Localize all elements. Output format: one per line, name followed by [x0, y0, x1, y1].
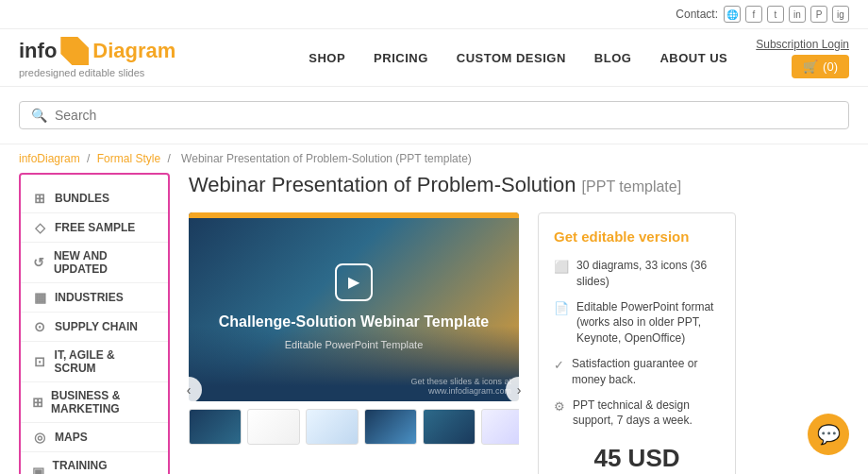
search-wrapper: 🔍 — [19, 101, 849, 129]
logo-diagram-text: Diagram — [92, 39, 175, 63]
chat-icon: 💬 — [817, 423, 841, 446]
nav-pricing[interactable]: PRICING — [374, 51, 428, 65]
contact-icons: 🌐 f t in P ig — [724, 6, 849, 23]
thumbnails — [189, 409, 519, 445]
chat-bubble[interactable]: 💬 — [808, 414, 849, 455]
logo-icon — [60, 37, 89, 65]
breadcrumb-sep1: / — [87, 152, 93, 165]
new-updated-icon: ↺ — [32, 255, 46, 270]
sidebar-label-new-updated: NEW AND UPDATED — [54, 249, 157, 276]
thumbnail-4[interactable] — [364, 409, 417, 445]
search-icon: 🔍 — [31, 108, 47, 123]
sidebar-label-industries: INDUSTRIES — [55, 291, 124, 304]
contact-pinterest-icon[interactable]: P — [810, 6, 827, 23]
sidebar-item-bundles[interactable]: ⊞ BUNDLES — [21, 184, 168, 213]
yellow-bar — [189, 212, 519, 218]
cart-count: (0) — [823, 59, 838, 74]
product-area: ▶ Challenge-Solution Webinar Template Ed… — [189, 212, 849, 474]
search-input[interactable] — [55, 108, 837, 123]
nav-shop[interactable]: SHOP — [309, 51, 345, 65]
thumbnail-1[interactable] — [189, 409, 242, 445]
main-content: ⊞ BUNDLES ◇ FREE SAMPLE ↺ NEW AND UPDATE… — [0, 173, 868, 474]
sidebar-label-it-agile: IT, AGILE & SCRUM — [55, 348, 157, 375]
feature-diagrams: ⬜ 30 diagrams, 33 icons (36 slides) — [554, 258, 720, 290]
breadcrumb-formal-style[interactable]: Formal Style — [97, 152, 160, 165]
sidebar-label-free-sample: FREE SAMPLE — [55, 221, 135, 234]
carousel-subtitle: Editable PowerPoint Template — [219, 339, 490, 350]
sidebar-item-maps[interactable]: ◎ MAPS — [21, 423, 168, 452]
buy-panel: Get editable version ⬜ 30 diagrams, 33 i… — [538, 212, 736, 474]
sidebar-item-business-marketing[interactable]: ⊞ BUSINESS & MARKETING — [21, 382, 168, 423]
sidebar-label-supply-chain: SUPPLY CHAIN — [55, 320, 138, 333]
nav-blog[interactable]: BLOG — [594, 51, 632, 65]
template-tag: [PPT template] — [582, 178, 682, 195]
supply-chain-icon: ⊙ — [32, 319, 47, 334]
sidebar-label-training: TRAINING MATERIALS — [53, 459, 157, 474]
sidebar-label-bundles: BUNDLES — [55, 192, 109, 205]
thumbnail-5[interactable] — [423, 409, 476, 445]
play-button[interactable]: ▶ — [335, 263, 373, 301]
logo-info-text: info — [19, 39, 57, 63]
feature-guarantee: ✓ Satisfaction guarantee or money back. — [554, 356, 720, 388]
sidebar-item-training[interactable]: ▣ TRAINING MATERIALS — [21, 452, 168, 474]
carousel-text: ▶ Challenge-Solution Webinar Template Ed… — [219, 263, 490, 351]
nav-custom-design[interactable]: CUSTOM DESIGN — [457, 51, 566, 65]
cart-button[interactable]: 🛒 (0) — [792, 55, 849, 78]
carousel-main-image: ▶ Challenge-Solution Webinar Template Ed… — [189, 212, 519, 401]
thumbnail-2[interactable] — [247, 409, 300, 445]
carousel-title: Challenge-Solution Webinar Template — [219, 313, 490, 332]
feature-format-icon: 📄 — [554, 300, 569, 317]
sidebar-label-business-marketing: BUSINESS & MARKETING — [51, 389, 157, 415]
feature-diagrams-text: 30 diagrams, 33 icons (36 slides) — [576, 258, 720, 290]
thumbnail-3[interactable] — [306, 409, 359, 445]
price: 45 USD — [554, 444, 720, 473]
breadcrumb-current: Webinar Presentation of Problem-Solution… — [181, 152, 472, 165]
feature-support: ⚙ PPT technical & design support, 7 days… — [554, 398, 720, 430]
logo-area: info Diagram predesigned editable slides — [19, 37, 175, 78]
search-bar: 🔍 — [0, 87, 868, 144]
free-sample-icon: ◇ — [32, 220, 47, 235]
cart-icon: 🛒 — [803, 59, 818, 74]
sidebar-item-it-agile[interactable]: ⊡ IT, AGILE & SCRUM — [21, 342, 168, 382]
header-right: Subscription Login 🛒 (0) — [756, 38, 849, 78]
breadcrumb-sep2: / — [167, 152, 174, 165]
buy-panel-heading: Get editable version — [554, 229, 720, 245]
feature-format: 📄 Editable PowerPoint format (works also… — [554, 299, 720, 347]
subscription-login-link[interactable]: Subscription Login — [756, 38, 849, 51]
feature-support-icon: ⚙ — [554, 398, 565, 415]
breadcrumb-home[interactable]: infoDiagram — [19, 152, 80, 165]
carousel-prev-button[interactable]: ‹ — [175, 377, 202, 403]
business-marketing-icon: ⊞ — [32, 395, 43, 410]
thumbnail-6[interactable] — [481, 409, 519, 445]
bundles-icon: ⊞ — [32, 191, 47, 206]
sidebar: ⊞ BUNDLES ◇ FREE SAMPLE ↺ NEW AND UPDATE… — [19, 173, 170, 474]
logo: info Diagram — [19, 37, 175, 65]
feature-diagrams-icon: ⬜ — [554, 259, 569, 276]
sidebar-item-free-sample[interactable]: ◇ FREE SAMPLE — [21, 213, 168, 243]
content-area: Webinar Presentation of Problem-Solution… — [189, 173, 849, 474]
contact-label: Contact: — [676, 8, 718, 21]
main-nav: SHOP PRICING CUSTOM DESIGN BLOG ABOUT US — [309, 51, 727, 65]
contact-bar: Contact: 🌐 f t in P ig — [0, 0, 868, 29]
breadcrumb: infoDiagram / Formal Style / Webinar Pre… — [0, 144, 868, 173]
contact-facebook-icon[interactable]: f — [745, 6, 762, 23]
page-title: Webinar Presentation of Problem-Solution… — [189, 173, 849, 197]
logo-tagline: predesigned editable slides — [19, 67, 144, 78]
sidebar-item-new-updated[interactable]: ↺ NEW AND UPDATED — [21, 243, 168, 283]
watermark: Get these slides & icons atwww.infodiagr… — [410, 377, 511, 396]
maps-icon: ◎ — [32, 430, 47, 445]
contact-instagram-icon[interactable]: ig — [832, 6, 849, 23]
feature-guarantee-icon: ✓ — [554, 357, 564, 374]
contact-linkedin-icon[interactable]: in — [789, 6, 806, 23]
feature-format-text: Editable PowerPoint format (works also i… — [576, 299, 720, 347]
header: info Diagram predesigned editable slides… — [0, 29, 868, 87]
nav-about-us[interactable]: ABOUT US — [659, 51, 727, 65]
sidebar-item-supply-chain[interactable]: ⊙ SUPPLY CHAIN — [21, 313, 168, 342]
sidebar-item-industries[interactable]: ▦ INDUSTRIES — [21, 283, 168, 313]
sidebar-label-maps: MAPS — [55, 431, 88, 444]
carousel: ▶ Challenge-Solution Webinar Template Ed… — [189, 212, 519, 474]
contact-twitter-icon[interactable]: t — [767, 6, 784, 23]
feature-guarantee-text: Satisfaction guarantee or money back. — [572, 356, 720, 388]
training-icon: ▣ — [32, 465, 45, 474]
contact-globe-icon[interactable]: 🌐 — [724, 6, 741, 23]
